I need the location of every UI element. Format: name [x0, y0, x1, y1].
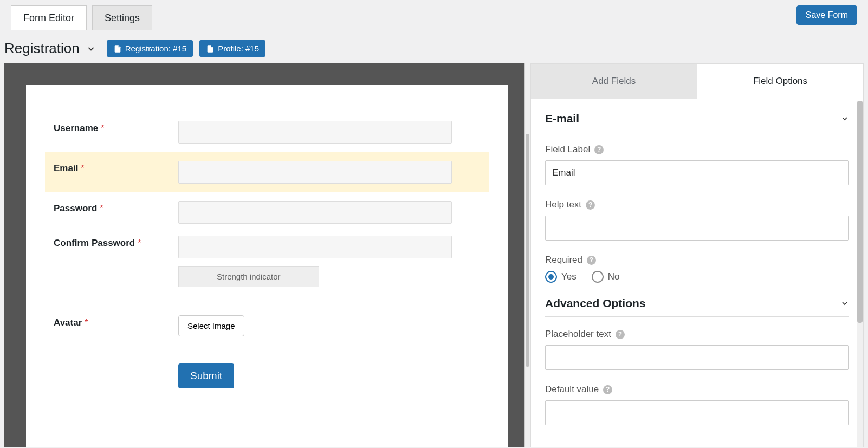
- password-label: Password: [54, 203, 97, 213]
- page-title-text: Registration: [4, 40, 80, 57]
- required-asterisk: *: [81, 163, 85, 173]
- chevron-down-icon: [86, 44, 96, 54]
- password-input[interactable]: [178, 201, 452, 224]
- help-text-label: Help text: [545, 199, 581, 210]
- page-title[interactable]: Registration: [4, 40, 96, 57]
- submit-button[interactable]: Submit: [178, 363, 234, 388]
- registration-page-pill[interactable]: Registration: #15: [107, 40, 193, 57]
- field-avatar[interactable]: Avatar * Select Image: [45, 307, 489, 345]
- select-image-button[interactable]: Select Image: [178, 315, 244, 336]
- username-input[interactable]: [178, 121, 452, 144]
- registration-pill-label: Registration: #15: [125, 44, 186, 53]
- strength-indicator: Strength indicator: [178, 266, 319, 287]
- required-yes-label: Yes: [561, 271, 576, 282]
- profile-page-pill[interactable]: Profile: #15: [199, 40, 265, 57]
- help-icon[interactable]: ?: [586, 200, 595, 210]
- required-no-radio[interactable]: No: [592, 271, 620, 283]
- section-title: E-mail: [545, 112, 579, 125]
- default-value-input[interactable]: [545, 400, 849, 425]
- help-text-input[interactable]: [545, 216, 849, 241]
- default-value-label: Default value: [545, 384, 599, 395]
- field-label-input[interactable]: [545, 160, 849, 185]
- tab-field-options[interactable]: Field Options: [697, 64, 863, 99]
- field-username[interactable]: Username *: [45, 112, 489, 152]
- required-asterisk: *: [138, 238, 141, 248]
- help-icon[interactable]: ?: [587, 256, 596, 265]
- field-email[interactable]: Email *: [45, 152, 489, 192]
- help-icon[interactable]: ?: [594, 145, 604, 154]
- placeholder-text-label: Placeholder text: [545, 329, 611, 340]
- side-scrollbar[interactable]: [857, 101, 863, 447]
- save-form-button[interactable]: Save Form: [796, 5, 857, 25]
- required-no-label: No: [608, 271, 620, 282]
- help-icon[interactable]: ?: [616, 330, 625, 339]
- tab-settings[interactable]: Settings: [92, 5, 152, 30]
- advanced-options-title: Advanced Options: [545, 297, 646, 310]
- required-asterisk: *: [100, 203, 103, 213]
- confirm-password-input[interactable]: [178, 236, 452, 258]
- email-label: Email: [54, 163, 78, 173]
- username-label: Username: [54, 123, 98, 133]
- confirm-password-label: Confirm Password: [54, 238, 135, 248]
- page-icon: [206, 44, 215, 53]
- required-asterisk: *: [85, 317, 88, 328]
- field-confirm-password[interactable]: Confirm Password * Strength indicator: [45, 232, 489, 296]
- avatar-label: Avatar: [54, 317, 82, 328]
- field-label-label: Field Label: [545, 144, 590, 155]
- chevron-down-icon: [840, 299, 849, 308]
- page-icon: [113, 44, 122, 53]
- preview-scrollbar-thumb[interactable]: [526, 134, 529, 367]
- placeholder-text-input[interactable]: [545, 345, 849, 370]
- chevron-down-icon: [840, 114, 849, 123]
- section-advanced-options[interactable]: Advanced Options: [545, 297, 849, 317]
- required-yes-radio[interactable]: Yes: [545, 271, 576, 283]
- tab-form-editor[interactable]: Form Editor: [11, 5, 87, 30]
- field-password[interactable]: Password *: [45, 192, 489, 232]
- help-icon[interactable]: ?: [603, 385, 612, 394]
- required-label: Required: [545, 255, 582, 265]
- section-email[interactable]: E-mail: [545, 112, 849, 132]
- profile-pill-label: Profile: #15: [218, 44, 259, 53]
- required-asterisk: *: [101, 123, 105, 133]
- email-input[interactable]: [178, 161, 452, 184]
- preview-scrollbar[interactable]: [524, 63, 530, 447]
- tab-add-fields[interactable]: Add Fields: [531, 64, 697, 99]
- form-preview-area: Username * Email * Password * Confirm Pa…: [4, 63, 530, 447]
- side-scrollbar-thumb[interactable]: [857, 101, 863, 323]
